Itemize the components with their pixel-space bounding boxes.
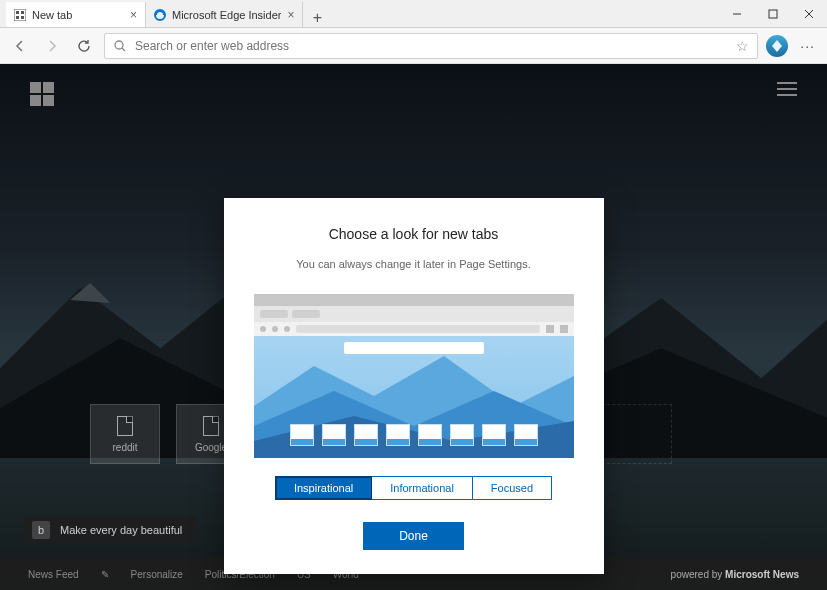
navbar: ☆ ··· bbox=[0, 28, 827, 64]
tab-title: Microsoft Edge Insider bbox=[172, 9, 281, 21]
favorite-icon[interactable]: ☆ bbox=[736, 38, 749, 54]
tab-edge-insider[interactable]: Microsoft Edge Insider × bbox=[146, 2, 303, 27]
close-window-button[interactable] bbox=[791, 0, 827, 27]
back-button[interactable] bbox=[8, 34, 32, 58]
modal-title: Choose a look for new tabs bbox=[329, 226, 499, 242]
forward-button[interactable] bbox=[40, 34, 64, 58]
edge-favicon bbox=[154, 9, 166, 21]
page-icon bbox=[203, 416, 219, 436]
quicklink-tile-ghost[interactable] bbox=[602, 404, 672, 464]
close-icon[interactable]: × bbox=[287, 8, 294, 22]
new-tab-look-modal: Choose a look for new tabs You can alway… bbox=[224, 198, 604, 574]
tab-title: New tab bbox=[32, 9, 124, 21]
address-input[interactable] bbox=[135, 39, 728, 53]
refresh-button[interactable] bbox=[72, 34, 96, 58]
search-icon bbox=[113, 39, 127, 53]
more-button[interactable]: ··· bbox=[796, 38, 819, 54]
powered-by: powered by Microsoft News bbox=[671, 569, 799, 580]
layout-options: Inspirational Informational Focused bbox=[275, 476, 552, 500]
tabs-area: New tab × Microsoft Edge Insider × + bbox=[0, 0, 719, 27]
svg-rect-7 bbox=[769, 10, 777, 18]
footer-item[interactable]: News Feed bbox=[28, 569, 79, 580]
pencil-icon: ✎ bbox=[101, 569, 109, 580]
bg-header bbox=[30, 82, 797, 112]
layout-preview bbox=[254, 294, 574, 458]
minimize-button[interactable] bbox=[719, 0, 755, 27]
svg-rect-2 bbox=[21, 11, 24, 14]
svg-rect-1 bbox=[16, 11, 19, 14]
svg-rect-0 bbox=[14, 9, 26, 21]
option-informational[interactable]: Informational bbox=[372, 477, 473, 499]
windows-logo-icon[interactable] bbox=[30, 82, 54, 106]
bing-label: Make every day beautiful bbox=[60, 524, 182, 536]
address-bar[interactable]: ☆ bbox=[104, 33, 758, 59]
page-icon bbox=[117, 416, 133, 436]
tile-label: reddit bbox=[112, 442, 137, 453]
tile-label: Google bbox=[195, 442, 227, 453]
bing-button[interactable]: b Make every day beautiful bbox=[24, 516, 196, 544]
quicklink-tile[interactable]: reddit bbox=[90, 404, 160, 464]
option-inspirational[interactable]: Inspirational bbox=[276, 477, 372, 499]
titlebar: New tab × Microsoft Edge Insider × + bbox=[0, 0, 827, 28]
option-focused[interactable]: Focused bbox=[473, 477, 551, 499]
footer-item[interactable]: Personalize bbox=[131, 569, 183, 580]
profile-button[interactable] bbox=[766, 35, 788, 57]
new-tab-button[interactable]: + bbox=[303, 9, 331, 27]
hamburger-icon[interactable] bbox=[777, 82, 797, 96]
svg-line-11 bbox=[122, 48, 125, 51]
modal-subtitle: You can always change it later in Page S… bbox=[296, 258, 530, 270]
tab-new-tab[interactable]: New tab × bbox=[6, 2, 146, 27]
close-icon[interactable]: × bbox=[130, 8, 137, 22]
svg-rect-4 bbox=[21, 16, 24, 19]
maximize-button[interactable] bbox=[755, 0, 791, 27]
window-controls bbox=[719, 0, 827, 27]
svg-point-10 bbox=[115, 41, 123, 49]
svg-rect-3 bbox=[16, 16, 19, 19]
newtab-favicon bbox=[14, 9, 26, 21]
content-area: reddit Google b Make every day beautiful… bbox=[0, 64, 827, 590]
done-button[interactable]: Done bbox=[363, 522, 464, 550]
bing-icon: b bbox=[32, 521, 50, 539]
